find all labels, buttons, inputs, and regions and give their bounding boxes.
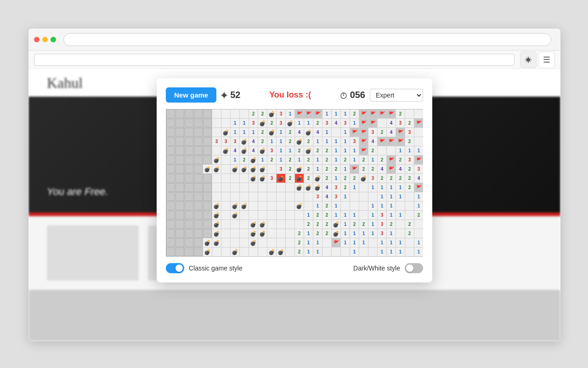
cell[interactable]: 🚩	[313, 109, 322, 118]
cell[interactable]	[414, 229, 423, 238]
cell[interactable]: 1	[277, 155, 285, 164]
cell[interactable]	[175, 165, 184, 173]
cell[interactable]: 2	[286, 137, 294, 146]
cell[interactable]	[203, 229, 212, 238]
cell[interactable]: 🚩	[396, 128, 405, 137]
cell[interactable]	[175, 201, 184, 210]
cell[interactable]: 1	[240, 128, 249, 137]
cell[interactable]: 💣	[240, 146, 249, 155]
cell[interactable]	[221, 165, 230, 173]
cell[interactable]	[185, 238, 193, 247]
cell[interactable]: 3	[231, 137, 239, 146]
cell[interactable]	[175, 238, 184, 247]
cell[interactable]	[185, 119, 193, 127]
cell[interactable]	[203, 109, 212, 118]
cell[interactable]: 1	[313, 137, 322, 146]
cell[interactable]: 1	[341, 137, 350, 146]
cell[interactable]	[277, 192, 285, 201]
cell[interactable]	[258, 211, 267, 219]
cell[interactable]	[304, 201, 313, 210]
cell[interactable]: 2	[405, 137, 414, 146]
cell[interactable]: 2	[322, 201, 331, 210]
cell[interactable]: 1	[368, 229, 377, 238]
cell[interactable]	[240, 109, 249, 118]
cell[interactable]	[185, 165, 193, 173]
cell[interactable]	[267, 183, 276, 192]
cell[interactable]: 1	[387, 192, 396, 201]
cell[interactable]: 1	[368, 183, 377, 192]
cell[interactable]: 2	[405, 220, 414, 229]
cell[interactable]: 3	[368, 128, 377, 137]
cell[interactable]	[194, 109, 203, 118]
cell[interactable]: 💣	[258, 119, 267, 127]
cell[interactable]	[166, 137, 175, 146]
cell[interactable]	[231, 238, 239, 247]
cell[interactable]	[295, 211, 304, 219]
cell[interactable]: 3	[277, 109, 285, 118]
cell[interactable]	[175, 146, 184, 155]
cell[interactable]: 🚩	[368, 119, 377, 127]
cell[interactable]: 1	[350, 183, 359, 192]
cell[interactable]: 💣	[295, 165, 304, 173]
cell[interactable]: 1	[414, 146, 423, 155]
cell[interactable]	[304, 192, 313, 201]
cell[interactable]: 1	[304, 119, 313, 127]
cell[interactable]	[414, 109, 423, 118]
cell[interactable]: 3	[277, 119, 285, 127]
cell[interactable]: 4	[313, 128, 322, 137]
cell[interactable]	[258, 247, 267, 256]
cell[interactable]: 🚩	[387, 137, 396, 146]
cell[interactable]: 1	[286, 109, 294, 118]
cell[interactable]: 3	[378, 211, 386, 219]
cell[interactable]	[267, 192, 276, 201]
cell[interactable]	[221, 211, 230, 219]
cell[interactable]: 💣	[313, 174, 322, 183]
classic-style-toggle[interactable]	[166, 263, 184, 273]
cell[interactable]	[194, 201, 203, 210]
cell[interactable]	[175, 229, 184, 238]
cell[interactable]: 2	[350, 174, 359, 183]
cell[interactable]	[212, 247, 221, 256]
cell[interactable]: 2	[313, 146, 322, 155]
cell[interactable]	[240, 229, 249, 238]
cell[interactable]: 1	[341, 165, 350, 173]
cell[interactable]: 🚩	[350, 165, 359, 173]
cell[interactable]: 💣	[249, 155, 258, 164]
cell[interactable]	[286, 183, 294, 192]
cell[interactable]	[258, 201, 267, 210]
cell[interactable]: 🚩	[387, 155, 396, 164]
cell[interactable]	[368, 247, 377, 256]
cell[interactable]: 💣	[212, 211, 221, 219]
cell[interactable]: 1	[396, 247, 405, 256]
cell[interactable]	[322, 238, 331, 247]
cell[interactable]: 4	[332, 119, 340, 127]
cell[interactable]	[295, 192, 304, 201]
cell[interactable]	[203, 201, 212, 210]
cell[interactable]	[405, 109, 414, 118]
cell[interactable]: 2	[313, 220, 322, 229]
cell[interactable]	[341, 247, 350, 256]
cell[interactable]	[286, 229, 294, 238]
cell[interactable]: 1	[304, 211, 313, 219]
cell[interactable]: 2	[368, 165, 377, 173]
cell[interactable]	[166, 229, 175, 238]
cell[interactable]: 💣	[359, 174, 368, 183]
cell[interactable]: 3	[221, 137, 230, 146]
cell[interactable]: 2	[286, 155, 294, 164]
cell[interactable]: 2	[332, 165, 340, 173]
cell[interactable]	[341, 201, 350, 210]
cell[interactable]: 1	[313, 201, 322, 210]
cell[interactable]: 1	[313, 247, 322, 256]
cell[interactable]: 🚩	[359, 137, 368, 146]
cell[interactable]: 2	[322, 220, 331, 229]
cell[interactable]: 4	[322, 183, 331, 192]
cell[interactable]: 1	[414, 238, 423, 247]
cell[interactable]: 2	[405, 174, 414, 183]
cell[interactable]	[185, 146, 193, 155]
cell[interactable]	[166, 211, 175, 219]
cell[interactable]: 1	[350, 146, 359, 155]
cell[interactable]: 1	[332, 155, 340, 164]
cell[interactable]: 1	[332, 146, 340, 155]
cell[interactable]: 2	[258, 137, 267, 146]
difficulty-select[interactable]: Expert Beginner Intermediate Custom	[370, 89, 423, 102]
